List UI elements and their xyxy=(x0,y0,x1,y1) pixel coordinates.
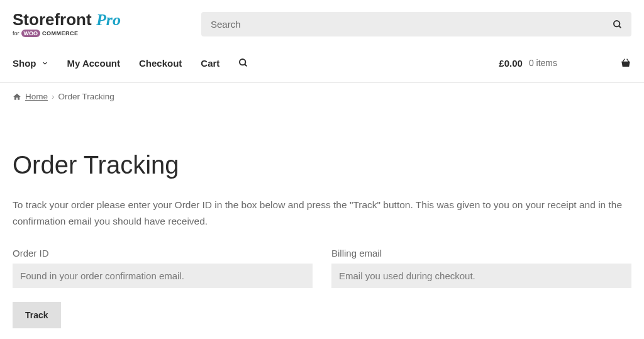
breadcrumb: Home › Order Tracking xyxy=(13,83,631,110)
svg-point-2 xyxy=(240,59,245,65)
search-input[interactable] xyxy=(201,12,631,36)
nav-my-account[interactable]: My Account xyxy=(67,58,120,69)
basket-icon[interactable] xyxy=(620,57,631,69)
tracking-form: Order ID Billing email xyxy=(13,248,631,288)
breadcrumb-current: Order Tracking xyxy=(58,92,114,101)
billing-email-label: Billing email xyxy=(331,248,631,258)
site-logo[interactable]: Storefront Pro for WOO COMMERCE xyxy=(13,11,176,37)
breadcrumb-home-link[interactable]: Home xyxy=(25,92,48,101)
billing-email-input[interactable] xyxy=(331,264,631,288)
breadcrumb-separator: › xyxy=(52,92,55,101)
page-title: Order Tracking xyxy=(13,151,631,179)
home-icon xyxy=(13,92,21,101)
header: Storefront Pro for WOO COMMERCE xyxy=(13,0,631,43)
svg-line-3 xyxy=(245,64,247,66)
main-nav: Shop My Account Checkout Cart £0.00 0 it… xyxy=(13,43,631,82)
chevron-down-icon xyxy=(42,60,48,67)
nav-shop[interactable]: Shop xyxy=(13,58,48,69)
logo-brand: Storefront Pro xyxy=(13,11,121,28)
order-id-label: Order ID xyxy=(13,248,313,258)
logo-subtitle: for WOO COMMERCE xyxy=(13,30,79,37)
cart-summary[interactable]: £0.00 0 items xyxy=(499,57,631,69)
cart-items-count: 0 items xyxy=(529,58,557,68)
order-id-input[interactable] xyxy=(13,264,313,288)
cart-total: £0.00 xyxy=(499,58,523,69)
svg-point-0 xyxy=(614,21,619,26)
page-description: To track your order please enter your Or… xyxy=(13,197,631,229)
nav-cart[interactable]: Cart xyxy=(201,58,219,69)
search-bar xyxy=(201,12,631,36)
track-button[interactable]: Track xyxy=(13,302,61,328)
nav-search-icon[interactable] xyxy=(238,58,248,68)
search-icon[interactable] xyxy=(613,19,623,30)
svg-line-1 xyxy=(619,26,621,28)
nav-checkout[interactable]: Checkout xyxy=(139,58,182,69)
